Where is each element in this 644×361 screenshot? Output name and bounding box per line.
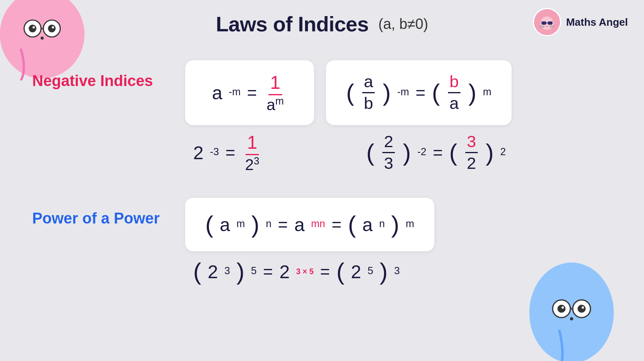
power-example-row: (23)5 = 23 × 5 = (25)3	[185, 258, 612, 285]
spacer	[32, 182, 612, 198]
page-title: Laws of Indices	[216, 12, 369, 36]
power-example: (23)5 = 23 × 5 = (25)3	[193, 258, 400, 285]
power-formula-math: (am)n = amn = (an)m	[205, 211, 414, 238]
frac-ba: b a	[448, 72, 460, 113]
main-content: Negative Indices a-m = 1 am	[0, 52, 644, 361]
negative-formula-box-1: a-m = 1 am	[185, 60, 314, 125]
power-formula-box: (am)n = amn = (an)m	[185, 198, 434, 251]
negative-formula-2-math: ( a b )-m = ( b a )m	[346, 72, 491, 113]
negative-indices-label: Negative Indices	[32, 60, 185, 90]
negative-example-2: ( 2 3 )-2 = ( 3 2 )2	[366, 132, 506, 173]
power-formula-boxes: (am)n = amn = (an)m	[185, 198, 612, 251]
negative-formulas-area: a-m = 1 am ( a b	[185, 60, 612, 174]
frac-3-2: 3 2	[465, 132, 478, 173]
negative-examples-row: 2-3 = 1 23 ( 2 3 )-2 = (	[185, 131, 612, 174]
power-of-power-section: Power of a Power (am)n = amn = (an)m	[32, 198, 612, 285]
svg-point-8	[41, 37, 44, 40]
negative-formula-1-math: a-m = 1 am	[212, 72, 287, 114]
frac-ab: a b	[362, 72, 375, 113]
negative-indices-section: Negative Indices a-m = 1 am	[32, 60, 612, 174]
frac-1-2cubed: 1 23	[244, 131, 261, 174]
negative-formula-box-2: ( a b )-m = ( b a )m	[326, 60, 512, 125]
frac-2-3: 2 3	[382, 132, 395, 173]
page-header: Laws of Indices (a, b≠0)	[0, 12, 644, 36]
power-label: Power of a Power	[32, 198, 185, 227]
fraction-1-am: 1 am	[265, 72, 285, 114]
power-formulas-area: (am)n = amn = (an)m (23)5 = 23 × 5 = (25…	[185, 198, 612, 285]
subtitle: (a, b≠0)	[378, 16, 428, 33]
negative-example-1: 2-3 = 1 23	[193, 131, 322, 174]
negative-formula-boxes: a-m = 1 am ( a b	[185, 60, 612, 125]
